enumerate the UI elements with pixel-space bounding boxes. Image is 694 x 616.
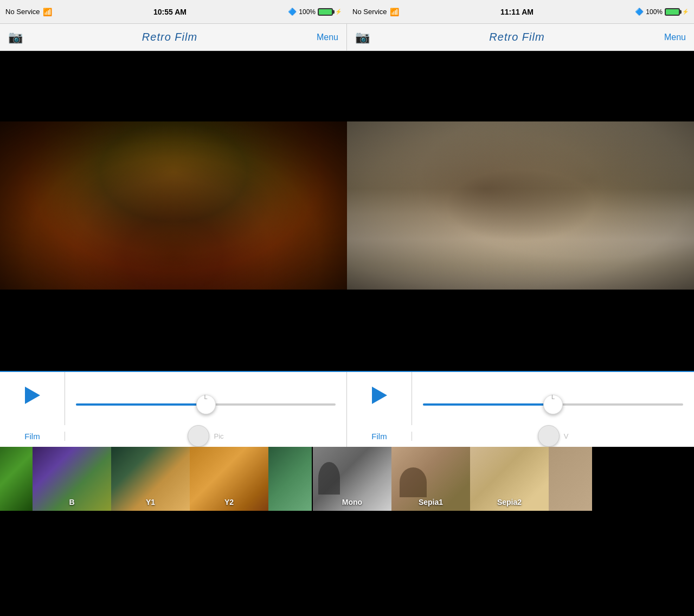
pic-label-left: Pic — [214, 432, 223, 440]
film-thumb-sepia1-label: Sepia1 — [419, 498, 443, 506]
control-left: L — [0, 372, 347, 425]
slider-label-right: L — [551, 394, 555, 400]
dial-area-left: Pic — [65, 425, 346, 447]
battery-pct-left: 100% — [299, 8, 316, 16]
battery-bar-left — [318, 8, 333, 16]
battery-bar-right — [665, 8, 680, 16]
battery-bolt-right: ⚡ — [682, 9, 689, 15]
play-button-left[interactable] — [19, 382, 46, 409]
pic-label-right: V — [564, 432, 569, 440]
menu-button-left[interactable]: Menu — [317, 33, 338, 42]
film-thumb-mono-label: Mono — [342, 498, 362, 506]
film-thumb-mono[interactable]: Mono — [313, 447, 391, 511]
photo-row — [0, 121, 694, 290]
slider-track-left[interactable]: L — [76, 403, 336, 406]
nav-bar: 📷 Retro Film Menu 📷 Retro Film Menu — [0, 24, 694, 51]
battery-right-group: 🔷 100% ⚡ — [635, 8, 689, 16]
time-left: 10:55 AM — [153, 8, 187, 16]
nav-right: 📷 Retro Film Menu — [347, 24, 694, 50]
film-strip: B Y1 Y2 Mono Sepia1 Sepia2 — [0, 447, 694, 511]
bluetooth-left-icon: 🔷 — [288, 8, 297, 16]
slider-area-right: L — [412, 386, 694, 411]
control-labels-row: Film Pic Film V — [0, 425, 694, 447]
ctrl-label-left: Film Pic — [0, 425, 347, 447]
film-thumb-green[interactable] — [0, 447, 33, 511]
nav-left: 📷 Retro Film Menu — [0, 24, 347, 50]
film-thumb-b-label: B — [69, 498, 74, 506]
status-left: No Service 📶 10:55 AM 🔷 100% ⚡ — [0, 0, 347, 24]
film-thumb-y2[interactable]: Y2 — [190, 447, 268, 511]
slider-area-left: L — [65, 386, 346, 411]
battery-pct-right: 100% — [646, 8, 663, 16]
slider-label-left: L — [204, 394, 207, 400]
black-middle-spacer — [0, 290, 694, 371]
slider-filled-left — [76, 403, 206, 406]
film-thumb-sepia1[interactable]: Sepia1 — [391, 447, 470, 511]
menu-button-right[interactable]: Menu — [664, 33, 686, 42]
app-title-right: Retro Film — [489, 31, 544, 43]
carrier-right: No Service — [352, 8, 387, 16]
film-thumb-y1[interactable]: Y1 — [111, 447, 190, 511]
battery-left-group: 🔷 100% ⚡ — [288, 8, 342, 16]
wifi-right-icon: 📶 — [390, 8, 399, 16]
control-strip: L L — [0, 371, 694, 425]
film-thumb-b[interactable]: B — [33, 447, 111, 511]
status-bar: No Service 📶 10:55 AM 🔷 100% ⚡ No Servic… — [0, 0, 694, 24]
slider-track-right[interactable]: L — [423, 403, 683, 406]
film-thumb-y1-label: Y1 — [146, 498, 155, 506]
play-triangle-right — [372, 387, 387, 404]
play-area-left — [0, 372, 65, 425]
film-label-left[interactable]: Film — [0, 432, 65, 441]
photo-right[interactable] — [347, 121, 694, 290]
camera-right-icon[interactable]: 📷 — [355, 30, 370, 44]
play-button-right[interactable] — [366, 382, 393, 409]
photo-left[interactable] — [0, 121, 347, 290]
slider-filled-right — [423, 403, 553, 406]
control-right: L — [347, 372, 694, 425]
carrier-right-group: No Service 📶 — [352, 8, 399, 16]
dial-left[interactable] — [188, 425, 209, 447]
film-thumb-sepia2-label: Sepia2 — [497, 498, 522, 506]
black-top-spacer — [0, 51, 694, 121]
wifi-left-icon: 📶 — [43, 8, 52, 16]
film-thumb-y2-label: Y2 — [224, 498, 234, 506]
film-thumb-partial[interactable] — [268, 447, 312, 511]
main-area — [0, 51, 694, 371]
dial-right[interactable] — [538, 425, 560, 447]
battery-bolt-left: ⚡ — [335, 9, 342, 15]
bluetooth-right-icon: 🔷 — [635, 8, 644, 16]
dial-area-right: V — [412, 425, 694, 447]
time-right: 11:11 AM — [500, 8, 534, 16]
carrier-left: No Service — [5, 8, 40, 16]
play-area-right — [347, 372, 412, 425]
ctrl-label-right: Film V — [347, 425, 694, 447]
carrier-left-group: No Service 📶 — [5, 8, 52, 16]
film-thumb-partial2[interactable] — [549, 447, 592, 511]
status-right: No Service 📶 11:11 AM 🔷 100% ⚡ — [347, 0, 694, 24]
app-title-left: Retro Film — [142, 31, 197, 43]
camera-left-icon[interactable]: 📷 — [8, 30, 23, 44]
film-label-right[interactable]: Film — [347, 432, 412, 441]
play-triangle-left — [25, 387, 40, 404]
film-thumb-sepia2[interactable]: Sepia2 — [470, 447, 549, 511]
